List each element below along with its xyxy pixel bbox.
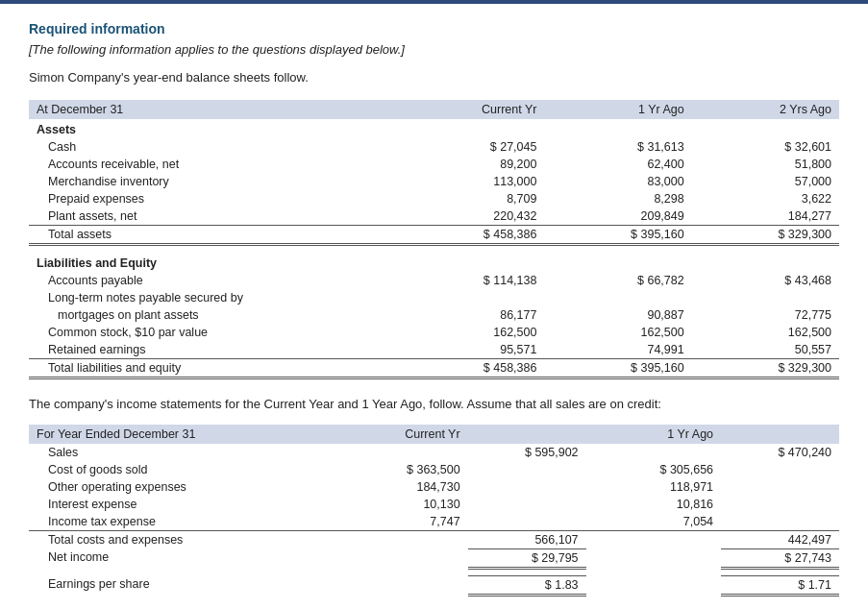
ar-label: Accounts receivable, net [29,156,397,173]
total-liab-equity-current: $ 458,386 [397,358,544,378]
cash-current: $ 27,045 [397,138,544,156]
interest-current: 10,130 [333,496,468,513]
inventory-label: Merchandise inventory [29,173,397,190]
mortgages-label: mortgages on plant assets [29,306,397,324]
bs-row-ap: Accounts payable $ 114,138 $ 66,782 $ 43… [29,272,839,289]
common-stock-2yr: 162,500 [692,324,839,341]
bs-row-prepaid: Prepaid expenses 8,709 8,298 3,622 [29,190,839,207]
ap-2yr: $ 43,468 [692,272,839,289]
inventory-1yr: 83,000 [544,173,691,190]
prepaid-2yr: 3,622 [692,190,839,207]
tax-label: Income tax expense [29,513,333,531]
assets-header-row: Assets [29,119,839,138]
income-header-row: For Year Ended December 31 Current Yr 1 … [29,425,839,444]
total-costs-label: Total costs and expenses [29,530,333,548]
cogs-1yr: $ 305,656 [586,461,722,478]
is-row-sales: Sales $ 595,902 $ 470,240 [29,444,839,461]
ar-1yr: 62,400 [544,156,691,173]
plant-1yr: 209,849 [544,207,691,226]
sales-current: $ 595,902 [468,444,586,461]
tax-1yr: 7,054 [586,513,722,531]
other-op-label: Other operating expenses [29,478,333,496]
net-income-label: Net income [29,548,333,568]
ar-current: 89,200 [397,156,544,173]
top-bar [0,0,868,4]
bs-row-retained-earnings: Retained earnings 95,571 74,991 50,557 [29,341,839,359]
inventory-current: 113,000 [397,173,544,190]
tax-current: 7,747 [333,513,468,531]
total-assets-1yr: $ 395,160 [544,226,691,245]
bs-total-assets-row: Total assets $ 458,386 $ 395,160 $ 329,3… [29,226,839,245]
plant-2yr: 184,277 [692,207,839,226]
ar-2yr: 51,800 [692,156,839,173]
is-row-eps: Earnings per share $ 1.83 $ 1.71 [29,575,839,595]
cash-label: Cash [29,138,397,156]
between-text: The company's income statements for the … [29,397,839,411]
eps-1yr: $ 1.71 [721,575,839,595]
inventory-2yr: 57,000 [692,173,839,190]
balance-sheet-header-row: At December 31 Current Yr 1 Yr Ago 2 Yrs… [29,100,839,119]
assets-header-label: Assets [29,119,397,138]
intro-text: Simon Company's year-end balance sheets … [29,70,839,85]
common-stock-current: 162,500 [397,324,544,341]
bs-row-plant: Plant assets, net 220,432 209,849 184,27… [29,207,839,226]
sales-label: Sales [29,444,333,461]
plant-label: Plant assets, net [29,207,397,226]
interest-1yr: 10,816 [586,496,722,513]
is-row-tax: Income tax expense 7,747 7,054 [29,513,839,531]
prepaid-label: Prepaid expenses [29,190,397,207]
other-op-1yr: 118,971 [586,478,722,496]
liab-equity-header-label: Liabilities and Equity [29,253,397,272]
is-row-other-op: Other operating expenses 184,730 118,971 [29,478,839,496]
retained-earnings-current: 95,571 [397,341,544,359]
income-statement-table: For Year Ended December 31 Current Yr 1 … [29,425,839,597]
is-col1-header: Current Yr [333,425,468,444]
eps-current: $ 1.83 [468,575,586,595]
ap-label: Accounts payable [29,272,397,289]
balance-sheet-table: At December 31 Current Yr 1 Yr Ago 2 Yrs… [29,100,839,379]
bs-row-common-stock: Common stock, $10 par value 162,500 162,… [29,324,839,341]
interest-label: Interest expense [29,496,333,513]
bs-row-ar: Accounts receivable, net 89,200 62,400 5… [29,156,839,173]
net-income-current: $ 29,795 [468,548,586,568]
total-assets-label: Total assets [29,226,397,245]
bs-row-cash: Cash $ 27,045 $ 31,613 $ 32,601 [29,138,839,156]
sales-col3 [586,444,722,461]
bs-row-ltnotes-label: Long-term notes payable secured by [29,289,839,306]
total-assets-2yr: $ 329,300 [692,226,839,245]
bs-col-current: Current Yr [397,100,544,119]
cash-1yr: $ 31,613 [544,138,691,156]
is-col4-header [721,425,839,444]
ap-current: $ 114,138 [397,272,544,289]
prepaid-current: 8,709 [397,190,544,207]
cogs-current: $ 363,500 [333,461,468,478]
bs-total-liab-equity-row: Total liabilities and equity $ 458,386 $… [29,358,839,378]
retained-earnings-1yr: 74,991 [544,341,691,359]
is-row-net-income: Net income $ 29,795 $ 27,743 [29,548,839,568]
total-liab-equity-2yr: $ 329,300 [692,358,839,378]
bs-col-2yr: 2 Yrs Ago [692,100,839,119]
cash-2yr: $ 32,601 [692,138,839,156]
subtitle-text: [The following information applies to th… [29,42,839,57]
is-col-label: For Year Ended December 31 [29,425,333,444]
net-income-1yr: $ 27,743 [721,548,839,568]
sales-1yr: $ 470,240 [721,444,839,461]
sales-col1 [333,444,468,461]
cogs-col4 [721,461,839,478]
mortgages-current: 86,177 [397,306,544,324]
total-costs-current: 566,107 [468,530,586,548]
prepaid-1yr: 8,298 [544,190,691,207]
is-row-interest: Interest expense 10,130 10,816 [29,496,839,513]
total-assets-current: $ 458,386 [397,226,544,245]
other-op-current: 184,730 [333,478,468,496]
mortgages-1yr: 90,887 [544,306,691,324]
total-costs-1yr: 442,497 [721,530,839,548]
common-stock-label: Common stock, $10 par value [29,324,397,341]
liab-equity-header-row: Liabilities and Equity [29,253,839,272]
ltnotes-label: Long-term notes payable secured by [29,289,397,306]
mortgages-2yr: 72,775 [692,306,839,324]
bs-row-inventory: Merchandise inventory 113,000 83,000 57,… [29,173,839,190]
retained-earnings-2yr: 50,557 [692,341,839,359]
bs-row-mortgages: mortgages on plant assets 86,177 90,887 … [29,306,839,324]
total-liab-equity-1yr: $ 395,160 [544,358,691,378]
